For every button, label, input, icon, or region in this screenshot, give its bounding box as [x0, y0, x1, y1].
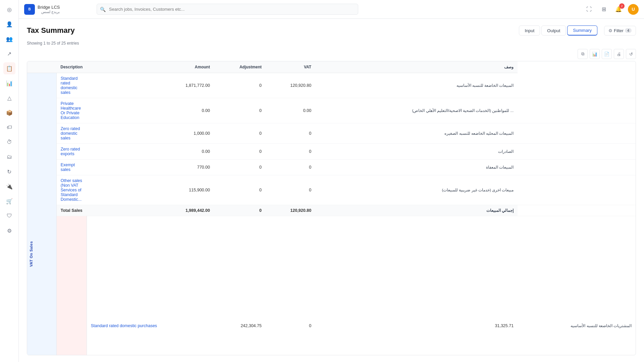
table-row: Zero rated domestic sales 1,000.00 0 0 ا… — [27, 123, 636, 144]
row-amount: 0.00 — [87, 98, 214, 123]
row-adj: 0 — [266, 216, 315, 356]
brand: B Bridge LCS بريدج لسس — [24, 4, 91, 15]
sidebar-icon-plugin[interactable]: 🔌 — [3, 180, 15, 192]
filter-icon: ⚙ — [608, 28, 612, 33]
row-desc[interactable]: Standard rated domestic purchases — [87, 216, 214, 356]
notifications-button[interactable]: 🔔 2 — [613, 4, 624, 15]
tab-output[interactable]: Output — [541, 25, 566, 36]
sidebar-icon-cart[interactable]: 🛒 — [3, 195, 15, 207]
sidebar-icon-clock[interactable]: ⏱ — [3, 136, 15, 148]
table-row: Zero rated exports 0.00 0 0 الصادرات — [27, 144, 636, 160]
row-desc[interactable]: Private Healthcare Or Private Education — [56, 98, 87, 123]
total-arabic: إجمالي المبيعات — [315, 205, 518, 216]
topbar: B Bridge LCS بريدج لسس 🔍 ⛶ ⊞ 🔔 2 U — [19, 0, 644, 19]
row-adj: 0 — [214, 73, 266, 98]
row-amount: 115,900.00 — [87, 175, 214, 205]
sidebar-icon-people[interactable]: 👥 — [3, 33, 15, 45]
search-input[interactable] — [97, 4, 358, 15]
row-arabic: المشتريات الخاضعة للنسبه الأساسيه — [518, 216, 636, 356]
col-section — [27, 61, 56, 73]
col-adjustment: Adjustment — [214, 61, 266, 73]
sidebar-icon-settings[interactable]: ⚙ — [3, 225, 15, 237]
row-arabic: المبيعات المعفاة — [315, 160, 518, 175]
total-vat: 120,920.80 — [266, 205, 315, 216]
filter-button[interactable]: ⚙ Filter 4 — [604, 26, 636, 36]
brand-sub: بريدج لسس — [38, 10, 60, 14]
row-desc[interactable]: Standard rated domestic sales — [56, 73, 87, 98]
pdf-button[interactable]: 📄 — [602, 49, 612, 59]
copy-button[interactable]: ⧉ — [578, 49, 588, 59]
row-amount: 242,304.75 — [214, 216, 266, 356]
row-amount: 1,871,772.00 — [87, 73, 214, 98]
table-row: Other sales (Non VAT Services of Standar… — [27, 175, 636, 205]
row-amount: 1,000.00 — [87, 123, 214, 144]
sidebar-icon-alert[interactable]: △ — [3, 92, 15, 104]
sidebar-icon-tag[interactable]: 🏷 — [3, 121, 15, 133]
table-row: Private Healthcare Or Private Education … — [27, 98, 636, 123]
row-arabic: مبيعات اخرى (خدمات غير ضريبية للمبيعات) — [315, 175, 518, 205]
sidebar-icon-person[interactable]: 👤 — [3, 18, 15, 30]
row-desc[interactable]: Zero rated exports — [56, 144, 87, 160]
excel-button[interactable]: 📊 — [590, 49, 600, 59]
topbar-actions: ⛶ ⊞ 🔔 2 U — [584, 4, 639, 15]
row-desc[interactable]: Exempt sales — [56, 160, 87, 175]
section-label-sales: VAT On Sales — [27, 73, 56, 356]
section-label-purchases: VAT On Purchases — [56, 216, 87, 356]
row-adj: 0 — [214, 98, 266, 123]
notification-badge: 2 — [619, 3, 625, 9]
maximize-button[interactable]: ⛶ — [584, 4, 594, 15]
refresh-button[interactable]: ↺ — [626, 49, 636, 59]
table-toolbar: ⧉ 📊 📄 🖨 ↺ — [27, 49, 636, 59]
main-area: B Bridge LCS بريدج لسس 🔍 ⛶ ⊞ 🔔 2 U Tax S… — [19, 0, 644, 362]
search-bar: 🔍 — [97, 4, 358, 15]
avatar[interactable]: U — [628, 4, 639, 15]
row-desc[interactable]: Zero rated domestic sales — [56, 123, 87, 144]
col-arabic: وصف — [315, 61, 518, 73]
sidebar-icon-shield[interactable]: 🛡 — [3, 210, 15, 222]
row-adj: 0 — [214, 123, 266, 144]
table-wrap: Description Amount Adjustment VAT وصف VA… — [27, 61, 636, 355]
sidebar: ◎ 👤 👥 ↗ 📋 📊 △ 📦 🏷 ⏱ 🗂 ↻ 🔌 🛒 🛡 ⚙ — [0, 0, 19, 362]
row-vat: 0 — [266, 144, 315, 160]
total-adj: 0 — [214, 205, 266, 216]
sidebar-icon-link[interactable]: ↗ — [3, 48, 15, 60]
tab-group: Input Output Summary — [519, 25, 597, 36]
total-sales-row: Total Sales 1,989,442.00 0 120,920.80 إج… — [27, 205, 636, 216]
row-vat: 0 — [266, 175, 315, 205]
total-amount: 1,989,442.00 — [87, 205, 214, 216]
row-arabic: الصادرات — [315, 144, 518, 160]
sidebar-icon-box[interactable]: 📦 — [3, 107, 15, 119]
brand-logo: B — [24, 4, 35, 15]
sidebar-icon-folder[interactable]: 🗂 — [3, 151, 15, 163]
table-row: VAT On Purchases Standard rated domestic… — [27, 216, 636, 356]
row-arabic: المبيعات الخاضعة للنسبه الأساسيه — [315, 73, 518, 98]
summary-table: Description Amount Adjustment VAT وصف VA… — [27, 61, 636, 355]
row-adj: 0 — [214, 160, 266, 175]
sidebar-icon-chart[interactable]: 📊 — [3, 77, 15, 89]
table-row: VAT On Sales Standard rated domestic sal… — [27, 73, 636, 98]
brand-text: Bridge LCS بريدج لسس — [38, 5, 60, 14]
print-button[interactable]: 🖨 — [614, 49, 624, 59]
search-icon: 🔍 — [100, 7, 106, 12]
col-vat: VAT — [266, 61, 315, 73]
sidebar-icon-refresh[interactable]: ↻ — [3, 166, 15, 178]
filter-count: 4 — [625, 28, 632, 33]
entries-info: Showing 1 to 25 of 25 entries — [27, 41, 636, 46]
row-desc[interactable]: Other sales (Non VAT Services of Standar… — [56, 175, 87, 205]
row-amount: 770.00 — [87, 160, 214, 175]
tab-input[interactable]: Input — [519, 25, 540, 36]
content: Tax Summary Input Output Summary ⚙ Filte… — [19, 19, 644, 362]
col-description: Description — [56, 61, 87, 73]
row-vat: 0 — [266, 123, 315, 144]
page-header: Tax Summary Input Output Summary ⚙ Filte… — [27, 25, 636, 36]
row-vat: 0.00 — [266, 98, 315, 123]
row-adj: 0 — [214, 175, 266, 205]
tab-summary[interactable]: Summary — [567, 25, 597, 36]
grid-button[interactable]: ⊞ — [598, 4, 609, 15]
sidebar-icon-home[interactable]: ◎ — [3, 3, 15, 15]
sidebar-icon-docs[interactable]: 📋 — [3, 62, 15, 74]
filter-label: Filter — [614, 28, 624, 33]
row-adj: 0 — [214, 144, 266, 160]
row-arabic: ... للمواطنين (الخدمات الضحية الاصحية/ال… — [315, 98, 518, 123]
row-arabic: المبيعات المحليه الخاضعه للنسبه الصغيره — [315, 123, 518, 144]
